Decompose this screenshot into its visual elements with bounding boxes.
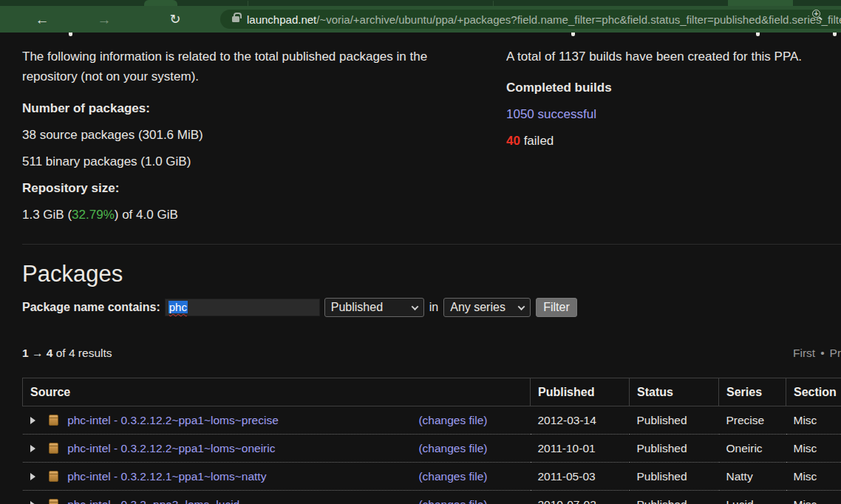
header-status: Status <box>630 378 719 406</box>
series-cell: Oneiric <box>719 435 786 463</box>
tab-separator <box>248 1 248 6</box>
back-icon[interactable]: ← <box>31 13 53 27</box>
reload-icon[interactable]: ↻ <box>164 13 186 26</box>
expander-icon[interactable] <box>30 473 35 480</box>
forward-icon[interactable]: → <box>93 13 115 27</box>
status-selected-value: Published <box>331 301 383 314</box>
filter-label: Package name contains: <box>22 301 160 314</box>
results-row: 1 → 4 of 4 results First•Previous <box>22 347 841 363</box>
results-arrow: → <box>32 347 44 359</box>
package-link[interactable]: phc-intel - 0.3.2.12.2~ppa1~loms~oneiric <box>67 442 275 454</box>
package-icon <box>49 443 58 454</box>
tab-strip-gap <box>728 0 793 6</box>
lock-icon[interactable] <box>232 16 239 22</box>
browser-toolbar: ← → ↻ launchpad.net/~voria/+archive/ubun… <box>0 6 841 33</box>
series-cell: Precise <box>719 406 786 435</box>
published-cell: 2011-10-01 <box>531 435 630 463</box>
published-cell: 2012-03-14 <box>531 406 630 435</box>
failed-builds-line: 40 failed <box>506 131 841 151</box>
size-suffix: ) of 4.0 GiB <box>115 208 178 222</box>
page-zoom-icon[interactable]: + <box>812 10 820 18</box>
expander-icon[interactable] <box>30 417 35 424</box>
binary-packages-line: 511 binary packages (1.0 GiB) <box>22 151 506 171</box>
repository-stats: The following information is related to … <box>22 33 506 231</box>
status-select[interactable]: Published <box>324 298 424 317</box>
changes-file-link[interactable]: (changes file) <box>418 414 487 427</box>
published-cell: 2011-05-03 <box>531 463 630 491</box>
header-series: Series <box>719 378 786 406</box>
expander-icon[interactable] <box>30 445 35 452</box>
page-content: The following information is related to … <box>0 33 841 504</box>
url-domain: launchpad.net <box>247 13 316 26</box>
table-row: phc-intel - 0.3.2.12.2~ppa1~loms~oneiric… <box>23 435 841 463</box>
package-link[interactable]: phc-intel - 0.3.2.12.1~ppa1~loms~natty <box>67 470 266 483</box>
status-cell: Published <box>630 463 719 491</box>
chevron-down-icon <box>411 303 418 310</box>
header-source: Source <box>23 378 531 406</box>
url-bar[interactable]: launchpad.net/~voria/+archive/ubuntu/ppa… <box>220 10 841 29</box>
published-cell: 2010-07-02 <box>531 491 630 504</box>
tab-separator <box>493 1 494 6</box>
pagination-first[interactable]: First <box>793 347 815 359</box>
source-cell: phc-intel - 0.3.2.12.1~ppa1~loms~natty (… <box>23 463 531 491</box>
pagination: First•Previous <box>793 347 841 360</box>
status-cell: Published <box>630 491 719 504</box>
table-row: phc-intel - 0.3.2.12.2~ppa1~loms~precise… <box>23 406 841 435</box>
package-link[interactable]: phc-intel - 0.3.2.12.2~ppa1~loms~precise <box>67 414 279 426</box>
browser-tab-active[interactable] <box>144 0 177 6</box>
table-header-row: Source Published Status Series Section <box>23 378 841 406</box>
header-section: Section <box>786 378 841 406</box>
expander-icon[interactable] <box>30 501 35 504</box>
results-rest: of 4 results <box>56 347 112 359</box>
builds-total-line: A total of 1137 builds have been created… <box>506 47 841 67</box>
package-icon <box>49 499 58 504</box>
size-percent: 32.79% <box>72 208 115 222</box>
completed-builds-label: Completed builds <box>506 78 841 98</box>
table-row: phc-intel - 0.3.2.12.1~ppa1~loms~natty (… <box>23 463 841 491</box>
source-cell: phc-intel - 0.3.2~ppa3~loms~lucid (chang… <box>23 491 531 504</box>
results-end: 4 <box>47 347 53 359</box>
pagination-previous[interactable]: Previous <box>830 347 841 359</box>
packages-table: Source Published Status Series Section p… <box>22 378 841 504</box>
section-cell: Misc <box>786 435 841 463</box>
source-packages-line: 38 source packages (301.6 MiB) <box>22 125 506 145</box>
cutoff-heading-fragment <box>833 33 837 36</box>
repository-size-label: Repository size: <box>22 178 506 198</box>
filter-button[interactable]: Filter <box>536 298 577 317</box>
repository-size-line: 1.3 GiB (32.79%) of 4.0 GiB <box>22 205 506 225</box>
package-link[interactable]: phc-intel - 0.3.2~ppa3~loms~lucid <box>67 498 239 504</box>
packages-heading: Packages <box>22 261 841 287</box>
package-name-input[interactable]: phc <box>165 299 320 316</box>
changes-file-link[interactable]: (changes file) <box>418 442 487 455</box>
package-filter-form: Package name contains: phc Published in … <box>22 298 841 317</box>
cutoff-heading-fragment <box>69 33 72 36</box>
series-select[interactable]: Any series <box>443 298 531 317</box>
url-text: launchpad.net/~voria/+archive/ubuntu/ppa… <box>247 13 841 26</box>
source-cell: phc-intel - 0.3.2.12.2~ppa1~loms~oneiric… <box>23 435 531 463</box>
section-cell: Misc <box>786 406 841 435</box>
table-row: phc-intel - 0.3.2~ppa3~loms~lucid (chang… <box>23 491 841 504</box>
series-cell: Lucid <box>719 491 786 504</box>
successful-builds-link[interactable]: 1050 successful <box>506 107 596 121</box>
package-icon <box>49 415 58 426</box>
builds-summary: A total of 1137 builds have been created… <box>506 33 841 231</box>
size-prefix: 1.3 GiB ( <box>22 208 72 222</box>
section-cell: Misc <box>786 491 841 504</box>
status-cell: Published <box>630 406 719 435</box>
results-start: 1 <box>22 347 29 359</box>
results-summary: 1 → 4 of 4 results <box>22 347 112 359</box>
changes-file-link[interactable]: (changes file) <box>418 470 487 483</box>
section-cell: Misc <box>786 463 841 491</box>
packages-section: Packages Package name contains: phc Publ… <box>22 244 841 504</box>
chevron-down-icon <box>518 303 525 310</box>
changes-file-link[interactable]: (changes file) <box>418 498 487 504</box>
stats-intro: The following information is related to … <box>22 47 477 86</box>
package-icon <box>49 471 58 482</box>
source-cell: phc-intel - 0.3.2.12.2~ppa1~loms~precise… <box>23 406 531 435</box>
series-cell: Natty <box>719 463 786 491</box>
status-cell: Published <box>630 435 719 463</box>
pagination-separator: • <box>820 347 824 359</box>
header-published: Published <box>531 378 630 406</box>
failed-label: failed <box>520 134 554 148</box>
input-selected-text: phc <box>168 301 188 313</box>
